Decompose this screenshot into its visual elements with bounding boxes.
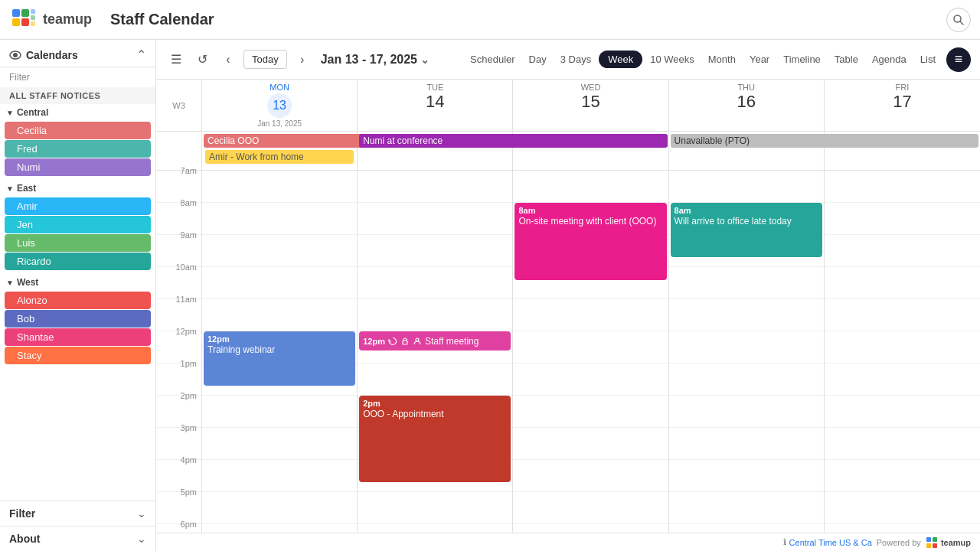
day-col-mon[interactable]: 12pm Training webinar (202, 171, 358, 533)
east-triangle: ▼ (6, 184, 14, 193)
mon-slot-11am (202, 299, 357, 331)
day-header-thu: THU 16 (669, 80, 825, 131)
svg-rect-17 (933, 543, 937, 548)
sidebar-item-alonzo[interactable]: Alonzo (5, 292, 151, 309)
sidebar-item-cecilia[interactable]: Cecilia (5, 122, 151, 139)
west-group: ▼ West Alonzo Bob Shantae Stacy (0, 274, 155, 368)
central-group: ▼ Central Cecilia Fred Numi (0, 104, 155, 180)
event-amir-wfh[interactable]: Amir - Work from home (205, 150, 354, 164)
fri-slot-5pm (825, 492, 980, 524)
group-header-east[interactable]: ▼ East (0, 180, 155, 197)
day-num-fri: 17 (829, 92, 975, 112)
day-num-thu: 16 (674, 92, 819, 112)
wed-slot-3pm (513, 428, 668, 460)
wed-slot-6pm (513, 524, 668, 533)
group-header-central[interactable]: ▼ Central (0, 104, 155, 121)
event-pto[interactable]: Unavailable (PTO) (671, 134, 978, 148)
filter-section-row[interactable]: Filter ⌄ (9, 507, 146, 520)
view-agenda[interactable]: Agenda (866, 51, 913, 68)
sidebar-item-ricardo[interactable]: Ricardo (5, 253, 151, 270)
allday-col-mon: Cecilia OOO Amir - Work from home (202, 132, 358, 170)
prev-btn[interactable]: ‹ (217, 49, 239, 70)
event-onsite-meeting[interactable]: 8am On-site meeting with client (OOO) (514, 203, 666, 280)
mon-slot-9am (202, 235, 357, 267)
next-btn[interactable]: › (292, 49, 313, 70)
svg-rect-4 (21, 18, 29, 26)
date-range: Jan 13 - 17, 2025 ⌄ (321, 53, 430, 67)
thu-slot-5pm (669, 492, 824, 524)
main-layout: Calendars ⌃ Filter ALL STAFF NOTICES ▼ C… (0, 40, 980, 551)
sidebar-item-fred[interactable]: Fred (5, 140, 151, 158)
event-time-staff: 12pm (363, 337, 385, 346)
day-name-tue: TUE (362, 83, 508, 92)
all-staff-notices-item[interactable]: ALL STAFF NOTICES (0, 87, 155, 104)
tue-slot-1pm (358, 364, 512, 396)
time-label-7am: 7am (181, 166, 197, 175)
tue-slot-6pm (358, 524, 512, 533)
group-header-west[interactable]: ▼ West (0, 274, 155, 291)
view-3days[interactable]: 3 Days (554, 51, 597, 68)
svg-rect-15 (933, 537, 937, 542)
mon-slot-7am (202, 171, 357, 203)
sidebar-item-luis[interactable]: Luis (5, 234, 151, 252)
eye-icon (9, 49, 21, 61)
fri-slot-6pm (825, 524, 980, 533)
fri-slot-8am (825, 203, 980, 235)
svg-line-9 (960, 21, 963, 24)
time-label-3pm: 3pm (181, 423, 197, 432)
day-header-mon: MON 13 Jan 13, 2025 (202, 80, 358, 131)
sidebar-item-amir[interactable]: Amir (5, 197, 151, 215)
day-col-fri[interactable] (825, 171, 980, 533)
fri-slot-4pm (825, 460, 980, 492)
event-numi-conference[interactable]: Numi at conference (359, 134, 667, 148)
date-range-chevron[interactable]: ⌄ (420, 54, 430, 66)
view-year[interactable]: Year (743, 51, 776, 68)
event-arrive-late[interactable]: 8am Will arrive to office late today (671, 203, 822, 257)
day-header-fri: FRI 17 (825, 80, 980, 131)
search-icon (952, 14, 965, 26)
sidebar-collapse-btn[interactable]: ⌃ (136, 47, 146, 62)
sidebar-item-stacy[interactable]: Stacy (5, 347, 151, 364)
wed-slot-12pm (513, 331, 668, 364)
week-num-corner: W3 (156, 80, 202, 131)
sidebar-item-numi[interactable]: Numi (5, 158, 151, 176)
view-scheduler[interactable]: Scheduler (464, 51, 521, 68)
refresh-btn[interactable]: ↺ (191, 49, 213, 70)
search-button[interactable] (946, 8, 971, 32)
view-table[interactable]: Table (828, 51, 864, 68)
day-col-thu[interactable]: 8am Will arrive to office late today (669, 171, 825, 533)
fri-slot-2pm (825, 396, 980, 428)
about-section-row[interactable]: About ⌄ (9, 533, 146, 545)
timezone-link[interactable]: Central Time US & Ca (789, 538, 872, 547)
event-training-webinar[interactable]: 12pm Training webinar (204, 331, 355, 386)
day-name-mon: MON (207, 83, 352, 92)
tue-slot-11am (358, 299, 512, 331)
day-col-wed[interactable]: 8am On-site meeting with client (OOO) (513, 171, 668, 533)
fri-slot-7am (825, 171, 980, 203)
menu-btn[interactable]: ≡ (946, 47, 971, 72)
mon-slot-5pm (202, 492, 357, 524)
event-staff-meeting[interactable]: 12pm Staff meeting (359, 331, 511, 350)
allday-col-tue: Numi at conference (358, 132, 513, 170)
svg-rect-7 (31, 21, 35, 26)
about-section: About ⌄ (0, 526, 155, 551)
view-list[interactable]: List (914, 51, 942, 68)
day-name-wed: WED (518, 83, 663, 92)
view-week[interactable]: Week (599, 51, 642, 68)
view-10weeks[interactable]: 10 Weeks (644, 51, 701, 68)
view-timeline[interactable]: Timeline (777, 51, 827, 68)
view-month[interactable]: Month (702, 51, 742, 68)
sidebar-item-bob[interactable]: Bob (5, 310, 151, 328)
event-ooo-appointment[interactable]: 2pm OOO - Appointment (359, 396, 511, 482)
filter-label: Filter (9, 507, 35, 520)
today-btn[interactable]: Today (243, 50, 287, 69)
day-num-wed: 15 (518, 92, 663, 112)
view-day[interactable]: Day (523, 51, 553, 68)
sidebar-item-jen[interactable]: Jen (5, 216, 151, 233)
cal-toolbar: ☰ ↺ ‹ Today › Jan 13 - 17, 2025 ⌄ Schedu… (156, 40, 980, 80)
day-col-tue[interactable]: 12pm Staff meeting 2pm OOO - Appointment (358, 171, 513, 533)
nav-toggle-btn[interactable]: ☰ (165, 49, 187, 70)
sidebar-item-shantae[interactable]: Shantae (5, 328, 151, 346)
page-title: Staff Calendar (110, 11, 214, 28)
thu-slot-4pm (669, 460, 824, 492)
